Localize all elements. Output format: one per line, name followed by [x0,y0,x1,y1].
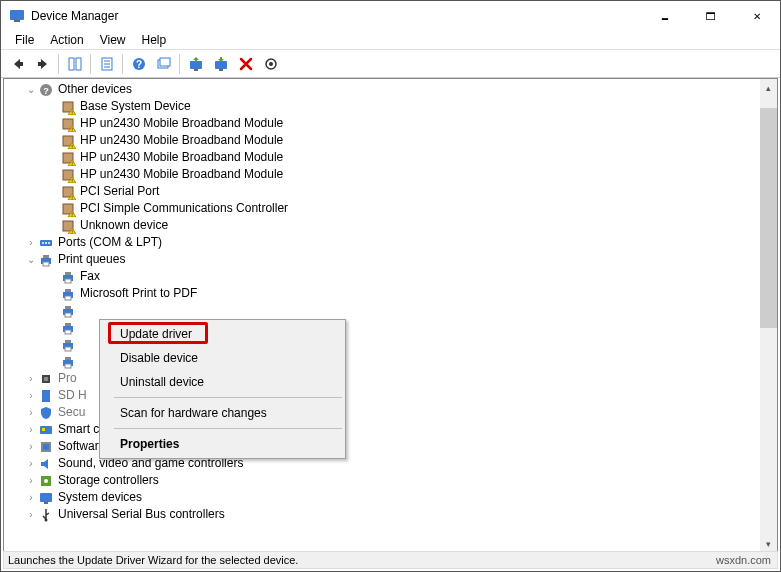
scroll-thumb[interactable] [760,108,777,328]
tree-node-label: HP un2430 Mobile Broadband Module [80,149,283,166]
uninstall-device-button[interactable] [234,52,257,75]
update-driver-button[interactable] [184,52,207,75]
device-base-system[interactable]: ! Base System Device [6,98,777,115]
tree-node-label: PCI Serial Port [80,183,159,200]
menu-file[interactable]: File [7,31,42,49]
titlebar: Device Manager 🗕 🗖 ✕ [1,1,780,31]
svg-point-45 [42,242,44,244]
category-other-devices[interactable]: ⌄ ? Other devices [6,81,777,98]
close-button[interactable]: ✕ [734,1,780,31]
expand-icon[interactable]: › [24,406,38,420]
svg-rect-50 [43,262,49,266]
ctx-separator [114,428,342,429]
ctx-separator [114,397,342,398]
tree-node-label: PCI Simple Communications Controller [80,200,288,217]
toolbar-separator [122,54,123,74]
svg-rect-71 [40,426,52,434]
svg-rect-14 [215,61,227,69]
device-pci-comm[interactable]: ! PCI Simple Communications Controller [6,200,777,217]
collapse-icon[interactable]: ⌄ [24,253,38,267]
category-ports[interactable]: › Ports (COM & LPT) [6,234,777,251]
tree-node-label: Unknown device [80,217,168,234]
device-hp-broadband-4[interactable]: ! HP un2430 Mobile Broadband Module [6,166,777,183]
category-storage[interactable]: › Storage controllers [6,472,777,489]
disable-device-button[interactable] [209,52,232,75]
svg-rect-2 [69,58,74,70]
expand-icon[interactable]: › [24,440,38,454]
watermark: wsxdn.com [716,554,777,566]
forward-button[interactable] [31,52,54,75]
properties-button[interactable] [95,52,118,75]
device-warn-icon: ! [60,116,76,132]
svg-rect-70 [44,377,48,381]
device-pci-serial[interactable]: ! PCI Serial Port [6,183,777,200]
ctx-scan-hardware[interactable]: Scan for hardware changes [102,401,343,425]
sound-icon [38,456,54,472]
menu-help[interactable]: Help [134,31,175,49]
help-button[interactable]: ? [127,52,150,75]
svg-rect-74 [43,444,49,450]
svg-point-79 [45,518,48,521]
device-hp-broadband-1[interactable]: ! HP un2430 Mobile Broadband Module [6,115,777,132]
svg-point-46 [45,242,47,244]
printer-icon [60,320,76,336]
expand-icon[interactable]: › [24,457,38,471]
ctx-disable-device[interactable]: Disable device [102,346,343,370]
device-warn-icon: ! [60,184,76,200]
expand-icon[interactable]: › [24,508,38,522]
device-fax[interactable]: Fax [6,268,777,285]
svg-rect-15 [219,69,223,71]
expand-icon[interactable]: › [24,389,38,403]
collapse-icon[interactable]: ⌄ [24,83,38,97]
svg-rect-53 [65,279,71,283]
system-icon [38,490,54,506]
device-hp-broadband-2[interactable]: ! HP un2430 Mobile Broadband Module [6,132,777,149]
expand-icon[interactable]: › [24,474,38,488]
context-menu: Update driver Disable device Uninstall d… [99,319,346,459]
vertical-scrollbar[interactable]: ▴ ▾ [760,79,777,552]
scan-hardware-button[interactable] [259,52,282,75]
device-hp-broadband-3[interactable]: ! HP un2430 Mobile Broadband Module [6,149,777,166]
menu-view[interactable]: View [92,31,134,49]
processor-icon [38,371,54,387]
svg-rect-61 [65,323,71,326]
tree-node-label: Base System Device [80,98,191,115]
expand-icon[interactable]: › [24,491,38,505]
action-button[interactable] [152,52,175,75]
menu-action[interactable]: Action [42,31,91,49]
tree-node-label: HP un2430 Mobile Broadband Module [80,166,283,183]
device-printer-hidden[interactable] [6,302,777,319]
ctx-properties[interactable]: Properties [102,432,343,456]
device-warn-icon: ! [60,167,76,183]
expand-icon[interactable]: › [24,236,38,250]
window-title: Device Manager [31,9,118,23]
ports-icon [38,235,54,251]
device-ms-print-pdf[interactable]: Microsoft Print to PDF [6,285,777,302]
smart-card-icon [38,422,54,438]
device-unknown[interactable]: ! Unknown device [6,217,777,234]
back-button[interactable] [6,52,29,75]
svg-rect-58 [65,306,71,309]
tree-node-label: HP un2430 Mobile Broadband Module [80,132,283,149]
ctx-update-driver[interactable]: Update driver [102,322,343,346]
maximize-button[interactable]: 🗖 [688,1,734,31]
svg-rect-1 [14,20,20,22]
printer-icon [60,337,76,353]
toolbar-separator [58,54,59,74]
minimize-button[interactable]: 🗕 [642,1,688,31]
scroll-up-button[interactable]: ▴ [760,79,777,96]
svg-rect-49 [43,255,49,258]
status-text: Launches the Update Driver Wizard for th… [8,554,298,566]
tree-node-label: HP un2430 Mobile Broadband Module [80,115,283,132]
window-controls: 🗕 🗖 ✕ [642,1,780,31]
expand-icon[interactable]: › [24,423,38,437]
scroll-down-button[interactable]: ▾ [760,535,777,552]
ctx-uninstall-device[interactable]: Uninstall device [102,370,343,394]
expand-icon[interactable]: › [24,372,38,386]
category-usb[interactable]: › Universal Serial Bus controllers [6,506,777,523]
category-system[interactable]: › System devices [6,489,777,506]
scroll-track[interactable] [760,96,777,535]
show-hide-console-tree-button[interactable] [63,52,86,75]
tree-node-label: Pro [58,370,77,387]
category-print-queues[interactable]: ⌄ Print queues [6,251,777,268]
